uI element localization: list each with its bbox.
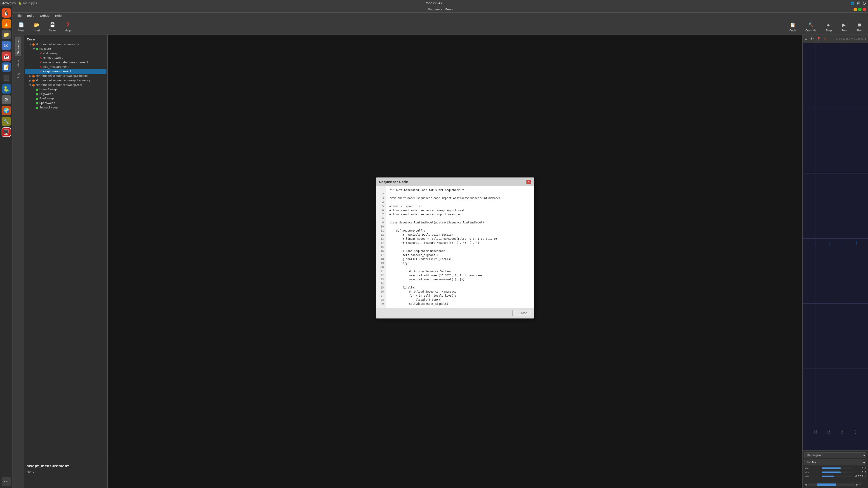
tree-item-subsetsweep[interactable]: ● SubsetSweep — [25, 105, 106, 110]
line-number: 11 — [379, 229, 384, 233]
line-number: 25 — [379, 286, 384, 290]
dot-icon: ● — [36, 106, 38, 109]
line-number: 16 — [379, 249, 384, 253]
tree-item-swept-measurement[interactable]: ✕ swept_measurement — [25, 69, 106, 74]
activities-label[interactable]: Activities — [2, 1, 16, 5]
menu-debug[interactable]: Debug — [37, 13, 52, 18]
help-label: Help — [65, 29, 71, 32]
step-button[interactable]: ⏭ Step — [824, 21, 834, 33]
window-titlebar: Sequencer Menu — [13, 6, 868, 13]
dock-settings[interactable]: ⚙️ — [2, 95, 11, 104]
menu-help[interactable]: Help — [53, 13, 64, 18]
tree-item-sweep-real[interactable]: ▼ ● sknrf.model.sequencer.sweep.real — [25, 83, 106, 87]
tree-label: SubsetSweep — [39, 106, 58, 109]
tree-item-sweep-frequency[interactable]: ▶ ● sknrf.model.sequencer.sweep.frequenc… — [25, 78, 106, 83]
dot-icon: ● — [36, 101, 38, 105]
tree-label: PowSweep — [39, 97, 54, 100]
tree-item-measure-root[interactable]: ▼ ● sknrf.model.sequencer.measure — [25, 42, 106, 46]
line-number: 1 — [379, 188, 384, 192]
chart-dropdown-2[interactable]: Lin_Mag — [804, 459, 866, 465]
step-label: Step — [826, 29, 832, 32]
param-label-start: start — [804, 467, 820, 470]
dock-browser[interactable]: 🔥 — [2, 19, 11, 29]
tree-item-sweep-complex[interactable]: ▶ ● sknrf.model.sequencer.sweep.complex — [25, 74, 106, 78]
chart-icon-2[interactable]: 👁 — [810, 37, 814, 41]
tree-item-logsweep[interactable]: ● LogSweep — [25, 92, 106, 96]
dock-python[interactable]: 🐍 — [2, 84, 11, 94]
dock-text[interactable]: 📝 — [2, 62, 11, 72]
param-row-step: step 0.503 × — [804, 475, 866, 478]
tree-item-add-sweep[interactable]: ✕ add_sweep — [25, 51, 106, 56]
param-bar-stop — [822, 471, 841, 473]
close-button[interactable]: ✕ Close — [513, 310, 531, 316]
tree-item-measure[interactable]: ▼ ● Measure — [25, 46, 106, 51]
left-tabs: Sequencer Main Log — [13, 35, 24, 488]
window-title: Sequencer Menu — [428, 8, 453, 11]
tab-sequencer[interactable]: Sequencer — [16, 37, 21, 56]
filename-label: 🐍 main.py ▾ — [18, 1, 37, 5]
tree-item-powsweep[interactable]: ● PowSweep — [25, 96, 106, 101]
dot-icon: ● — [32, 42, 35, 46]
dock-active[interactable]: 🖥️ — [2, 127, 11, 137]
chart-icon-1[interactable]: ≡ — [804, 37, 807, 41]
chart-icon-3[interactable]: 📍 — [816, 37, 821, 41]
power-icon[interactable]: ⏻ — [863, 1, 866, 5]
scroll-left-btn[interactable]: ◀ — [804, 483, 807, 486]
svg-text:0.8: 0.8 — [840, 429, 843, 435]
run-button[interactable]: ▶ Run — [839, 21, 849, 33]
line-number: 12 — [379, 233, 384, 237]
chart-area: + + + + 0.4 0.6 0.8 1.0 — [803, 43, 868, 450]
right-panel: ≡ 👁 📍 ✕ x: 0.503461, y: 0.1268941 — [802, 35, 868, 488]
dock-terminal[interactable]: ⬛ — [2, 73, 11, 83]
new-button[interactable]: 📄 New — [16, 21, 26, 33]
tree-item-skip-measurement[interactable]: ✕ skip_measurement — [25, 65, 106, 69]
dock-calendar[interactable]: 📅 — [2, 52, 11, 61]
compile-button[interactable]: 🔨 Compile — [804, 21, 818, 33]
tree-item-single-sparameter[interactable]: ✕ single_sparameter_measurement — [25, 60, 106, 65]
minimize-btn[interactable] — [854, 8, 857, 11]
line-number: 8 — [379, 217, 384, 221]
line-number: 14 — [379, 241, 384, 245]
dock-mail[interactable]: ✉️ — [2, 41, 11, 50]
tree-arrow — [33, 97, 36, 100]
dock-firefox[interactable]: 🌍 — [2, 106, 11, 115]
code-button[interactable]: 📋 Code — [787, 21, 798, 33]
chart-dropdown-1[interactable]: Rectangular — [804, 452, 866, 458]
modal-close-x-btn[interactable]: ✕ — [526, 180, 531, 184]
tree-arrow — [33, 106, 36, 109]
stop-button[interactable]: ⏹ Stop — [855, 21, 864, 33]
dock-apps-grid[interactable]: ⋯ — [2, 477, 11, 486]
chart-icon-4[interactable]: ✕ — [824, 37, 827, 41]
main-content: Sequencer Code ✕ 12345678910111213141516… — [107, 35, 802, 488]
help-button[interactable]: ❓ Help — [63, 21, 73, 33]
dock-ubuntu[interactable]: 🐧 — [2, 8, 11, 18]
tree-label: LinearSweep — [39, 88, 57, 91]
modal-footer: ✕ Close — [376, 308, 534, 318]
dock-files[interactable]: 📁 — [2, 30, 11, 39]
save-button[interactable]: 💾 Save — [47, 21, 57, 33]
maximize-btn[interactable] — [858, 8, 862, 11]
tab-log[interactable]: Log — [16, 71, 21, 80]
tree-item-spansweep[interactable]: ● SpanSweep — [25, 101, 106, 105]
dot-icon: ✕ — [39, 52, 42, 55]
scroll-right-btn[interactable]: ▶ — [856, 483, 859, 486]
scroll-track[interactable] — [808, 484, 855, 486]
load-button[interactable]: 📂 Load — [32, 21, 42, 33]
load-label: Load — [33, 29, 40, 32]
tree-item-linearsweep[interactable]: ● LinearSweep — [25, 87, 106, 92]
tree-item-remove-sweep[interactable]: ✕ remove_sweep — [25, 56, 106, 60]
menu-bar: File Build Debug Help — [13, 13, 868, 19]
dock-tool[interactable]: 🔧 — [2, 117, 11, 126]
line-number: 26 — [379, 290, 384, 294]
line-number: 21 — [379, 269, 384, 273]
dot-icon: ● — [36, 47, 38, 51]
window-controls — [854, 8, 866, 11]
menu-build[interactable]: Build — [25, 13, 37, 18]
line-number: 29 — [379, 302, 384, 306]
close-btn[interactable] — [863, 8, 866, 11]
param-bar-step — [822, 476, 834, 477]
code-content: 1234567891011121314151617181920212223242… — [376, 186, 534, 308]
menu-file[interactable]: File — [14, 13, 24, 18]
tab-main[interactable]: Main — [16, 58, 21, 69]
modal-title: Sequencer Code — [379, 180, 408, 184]
